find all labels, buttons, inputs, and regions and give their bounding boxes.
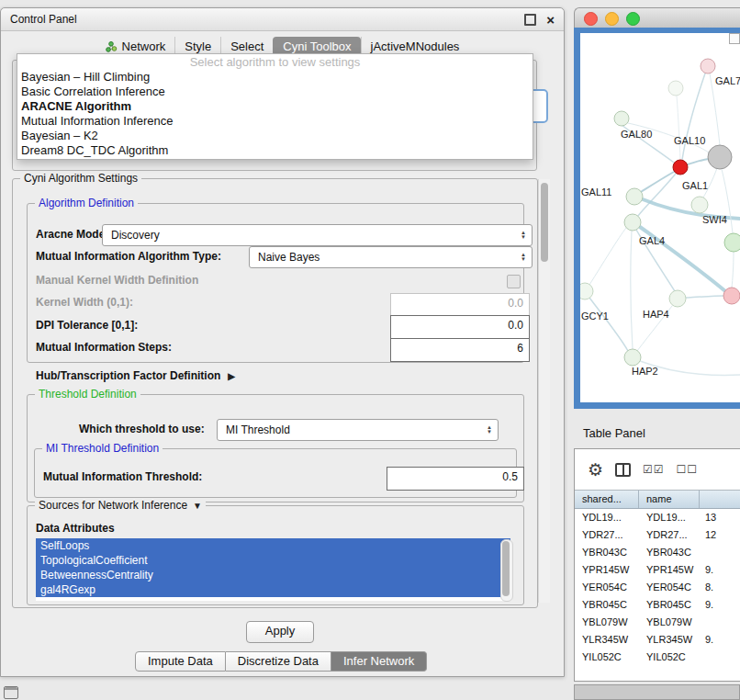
algorithm-option[interactable]: ARACNE Algorithm	[17, 99, 533, 114]
network-node[interactable]	[669, 290, 686, 307]
node-label: GAL1	[682, 180, 708, 191]
node-label: HAP4	[643, 309, 669, 320]
table-cell: 13	[700, 509, 740, 526]
aracne-mode-select[interactable]: Discovery ▲▼	[102, 224, 533, 246]
close-icon[interactable]: ×	[546, 13, 555, 27]
network-node[interactable]	[614, 111, 629, 126]
table-cell: 9.	[700, 561, 740, 579]
table-cell: YDL19...	[575, 509, 639, 526]
tab-label: Network	[122, 40, 166, 53]
table-row[interactable]: YPR145WYPR145W9.	[575, 561, 740, 579]
table-cell: YPR145W	[575, 561, 639, 579]
select-all-icon[interactable]: ☑☑	[643, 463, 665, 476]
columns-icon[interactable]	[615, 463, 631, 477]
table-panel: ⚙ ☑☑ ☐☐ shared...name YDL19...YDL19...13…	[574, 448, 740, 682]
mi-steps-field[interactable]: 6	[390, 338, 530, 362]
docked-panel-icon[interactable]	[4, 686, 18, 699]
attribute-item[interactable]: gal4RGexp	[36, 582, 510, 597]
network-node[interactable]	[624, 349, 641, 366]
table-cell: YDR27...	[639, 526, 700, 544]
node-label: GCY1	[581, 310, 609, 322]
zoom-traffic-icon[interactable]	[626, 12, 640, 26]
network-node[interactable]	[624, 214, 641, 231]
tab-infer-network[interactable]: Infer Network	[331, 651, 427, 672]
network-node[interactable]	[723, 288, 740, 304]
algorithm-option[interactable]: Basic Correlation Inference	[17, 85, 533, 99]
algorithm-option[interactable]: Bayesian – Hill Climbing	[17, 70, 533, 85]
dpi-tolerance-label: DPI Tolerance [0,1]:	[36, 319, 138, 332]
tab-impute-data[interactable]: Impute Data	[135, 651, 226, 672]
table-panel-title: Table Panel	[583, 426, 645, 440]
table-row[interactable]: YIL052CYIL052C	[575, 649, 740, 666]
cyni-bottom-tabs: Impute DataDiscretize DataInfer Network	[135, 651, 427, 672]
network-canvas[interactable]: GAL7GAL80GAL10GAL1GAL11SWI4GAL4GCY1HAP4H…	[580, 33, 740, 402]
table-cell: 9.	[700, 596, 740, 614]
combo-arrows-icon: ▲▼	[521, 231, 532, 240]
table-row[interactable]: YDR27...YDR27...12	[575, 526, 740, 544]
table-row[interactable]: YDL19...YDL19...13	[575, 509, 740, 526]
threshold-definition-title: Threshold Definition	[35, 388, 140, 401]
table-cell: 12	[700, 526, 740, 544]
column-header[interactable]: name	[639, 491, 700, 508]
collapsed-arrow-icon: ▶	[228, 371, 235, 381]
settings-scrollbar[interactable]	[538, 179, 550, 603]
apply-button[interactable]: Apply	[246, 621, 314, 643]
table-cell	[700, 649, 740, 666]
mi-steps-label: Mutual Information Steps:	[36, 341, 172, 354]
table-cell: YER054C	[639, 579, 700, 596]
mi-algorithm-type-select[interactable]: Naive Bayes ▲▼	[249, 246, 533, 268]
node-label: GAL4	[639, 235, 665, 246]
column-header[interactable]	[700, 491, 740, 508]
network-node[interactable]	[668, 81, 683, 96]
network-node[interactable]	[724, 233, 740, 252]
table-horizontal-scrollbar[interactable]	[574, 684, 740, 700]
window-title: Control Panel	[10, 13, 77, 26]
mi-threshold-title: MI Threshold Definition	[42, 442, 163, 455]
canvas-scroll-corner[interactable]	[729, 33, 740, 44]
mi-threshold-field[interactable]: 0.5	[387, 467, 524, 491]
network-node[interactable]	[708, 145, 732, 169]
attribute-item[interactable]: BetweennessCentrality	[36, 568, 510, 582]
attributes-scrollbar[interactable]	[500, 539, 513, 602]
data-attributes-list: SelfLoopsTopologicalCoefficientBetweenne…	[36, 538, 510, 601]
table-cell: YIL052C	[575, 649, 639, 666]
table-cell	[700, 544, 740, 561]
scrollbar-thumb[interactable]	[541, 183, 548, 262]
table-cell: YBR043C	[639, 544, 700, 561]
close-traffic-icon[interactable]	[584, 12, 598, 26]
algorithm-option[interactable]: Mutual Information Inference	[17, 114, 533, 129]
network-node[interactable]	[626, 188, 643, 205]
gear-icon[interactable]: ⚙	[588, 459, 603, 480]
hub-definition-toggle[interactable]: Hub/Transcription Factor Definition ▶	[36, 369, 235, 382]
network-node[interactable]	[673, 160, 688, 175]
table-row[interactable]: YBL079WYBL079W	[575, 614, 740, 631]
network-node[interactable]	[691, 197, 708, 213]
table-row[interactable]: YLR345WYLR345W9.	[575, 631, 740, 649]
deselect-all-icon[interactable]: ☐☐	[677, 463, 699, 476]
table-row[interactable]: YBR043CYBR043C	[575, 544, 740, 561]
minimize-traffic-icon[interactable]	[605, 12, 619, 26]
aracne-mode-label: Aracne Mode:	[36, 228, 108, 241]
table-row[interactable]: YER054CYER054C8.	[575, 579, 740, 596]
tab-discretize-data[interactable]: Discretize Data	[226, 651, 331, 672]
network-node[interactable]	[580, 283, 593, 299]
algorithm-option[interactable]: Dream8 DC_TDC Algorithm	[17, 143, 533, 158]
dpi-tolerance-field[interactable]: 0.0	[390, 315, 530, 339]
mi-algorithm-type-label: Mutual Information Algorithm Type:	[36, 250, 221, 263]
network-graph[interactable]: GAL7GAL80GAL10GAL1GAL11SWI4GAL4GCY1HAP4H…	[580, 33, 740, 402]
attribute-item[interactable]: SelfLoops	[36, 538, 510, 553]
attribute-item[interactable]: TopologicalCoefficient	[36, 553, 510, 568]
which-threshold-select[interactable]: MI Threshold ▲▼	[217, 419, 499, 441]
network-window-titlebar[interactable]	[574, 7, 740, 28]
table-cell: YBL079W	[575, 614, 639, 631]
column-header[interactable]: shared...	[575, 491, 639, 508]
algorithm-option[interactable]: Bayesian – K2	[17, 129, 533, 143]
float-window-icon[interactable]	[524, 14, 536, 26]
network-view-window: GAL7GAL80GAL10GAL1GAL11SWI4GAL4GCY1HAP4H…	[574, 7, 740, 409]
network-node[interactable]	[701, 59, 715, 73]
sources-title[interactable]: Sources for Network Inference ▼	[35, 499, 206, 512]
table-cell: YBR043C	[575, 544, 639, 561]
control-panel-titlebar[interactable]: Control Panel ×	[1, 8, 564, 31]
tab-label: Cyni Toolbox	[283, 40, 351, 53]
table-row[interactable]: YBR045CYBR045C9.	[575, 596, 740, 614]
